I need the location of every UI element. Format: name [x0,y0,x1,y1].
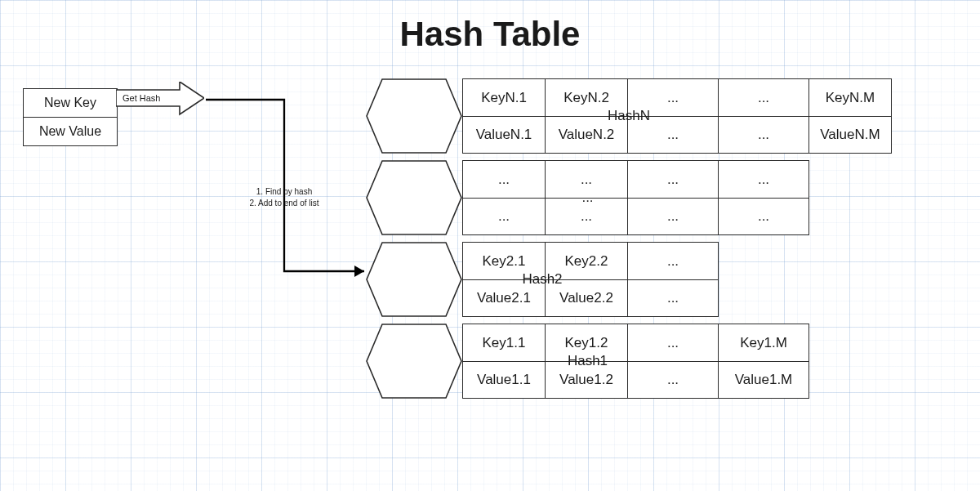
bucket-hashN: HashN [366,78,462,154]
get-hash-arrow: Get Hash [116,82,204,118]
new-value-cell: New Value [24,117,117,145]
new-key-cell: New Key [24,89,117,117]
bucket-hashN-label: HashN [381,78,877,154]
bucket-ellipsis: ... [366,160,462,235]
bucket-hash2: Hash2 [366,242,462,317]
bucket-hash2-label: Hash2 [381,242,704,317]
diagram-title: Hash Table [0,15,980,54]
bucket-hash1-label: Hash1 [381,324,795,399]
bucket-row-2: Hash2 Key2.1Value2.1 Key2.2Value2.2 ....… [366,242,719,317]
bucket-hash1: Hash1 [366,324,462,399]
bucket-row-N: HashN KeyN.1ValueN.1 KeyN.2ValueN.2 ....… [366,78,892,154]
get-hash-label: Get Hash [122,93,160,103]
connector-arrow [204,98,376,278]
new-entry-box: New Key New Value [23,88,118,146]
bucket-row-ellipsis: ... ...... ...... ...... ...... [366,160,809,235]
bucket-ellipsis-label: ... [381,160,795,235]
bucket-row-1: Hash1 Key1.1Value1.1 Key1.2Value1.2 ....… [366,324,809,399]
